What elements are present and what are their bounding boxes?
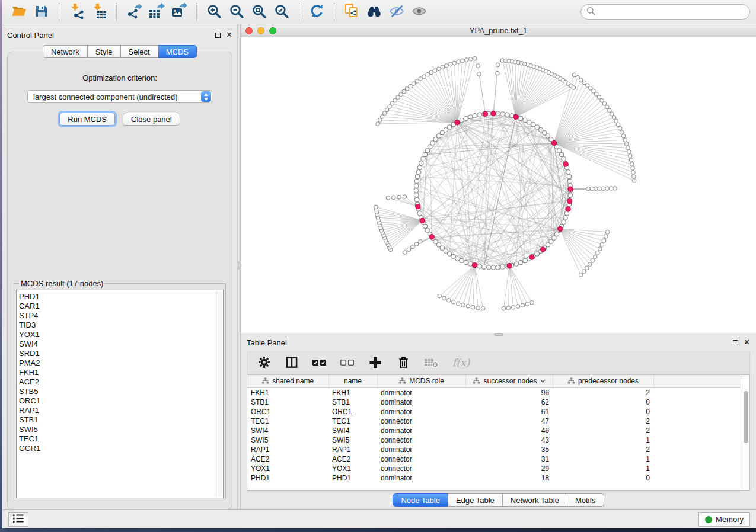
table-row[interactable]: TEC1TEC1connector472 [247, 416, 741, 426]
table-row[interactable]: ACE2ACE2connector311 [247, 454, 741, 464]
table-row[interactable]: STB1STB1dominator620 [247, 398, 741, 407]
column-header-mcds-role[interactable]: MCDS role [377, 375, 465, 387]
zoom-out-button[interactable] [226, 2, 247, 22]
table-cell[interactable]: dominator [377, 407, 465, 416]
zoom-selected-button[interactable] [271, 2, 292, 22]
float-panel-icon[interactable] [733, 340, 738, 345]
criterion-select[interactable]: largest connected component (undirected) [27, 90, 212, 103]
column-header-predecessor-nodes[interactable]: predecessor nodes [553, 375, 653, 387]
table-cell[interactable]: 61 [465, 407, 553, 416]
column-header-shared-name[interactable]: shared name [247, 375, 328, 387]
list-item[interactable]: STB5 [19, 387, 215, 396]
close-window-icon[interactable] [245, 27, 253, 34]
close-panel-icon[interactable]: ✕ [744, 339, 750, 345]
maximize-window-icon[interactable] [269, 27, 276, 34]
list-item[interactable]: FKH1 [19, 368, 215, 377]
tab-style[interactable]: Style [88, 45, 121, 58]
list-item[interactable]: RAP1 [19, 406, 215, 415]
table-cell[interactable]: 1 [553, 435, 653, 445]
deselect-all-button[interactable] [339, 355, 356, 371]
horizontal-splitter-grip[interactable] [495, 333, 503, 336]
search-input[interactable] [599, 8, 744, 17]
table-cell[interactable]: 29 [465, 464, 553, 473]
table-cell[interactable]: SWI5 [247, 435, 328, 445]
show-all-button[interactable] [409, 2, 430, 22]
table-cell[interactable]: 2 [553, 445, 653, 454]
list-item[interactable]: ACE2 [19, 377, 215, 387]
zoom-in-button[interactable] [203, 2, 225, 22]
close-panel-button[interactable]: Close panel [123, 113, 180, 126]
table-cell[interactable]: ORC1 [247, 407, 328, 416]
search-neighbors-button[interactable] [363, 2, 385, 22]
add-column-button[interactable] [367, 355, 384, 371]
list-scrollbar[interactable] [216, 291, 222, 497]
memory-button[interactable]: Memory [698, 512, 750, 527]
import-network-button[interactable] [66, 2, 87, 22]
run-mcds-button[interactable]: Run MCDS [59, 113, 115, 126]
table-cell[interactable]: 2 [553, 387, 653, 398]
table-scrollbar[interactable] [742, 388, 749, 489]
save-session-button[interactable] [31, 2, 52, 22]
table-cell[interactable]: 0 [553, 407, 653, 416]
table-cell[interactable]: connector [377, 416, 465, 426]
zoom-fit-button[interactable] [248, 2, 270, 22]
list-item[interactable]: PHD1 [19, 292, 215, 302]
tab-node-table[interactable]: Node Table [393, 493, 448, 507]
table-row[interactable]: PHD1PHD1dominator180 [247, 473, 741, 483]
table-cell[interactable]: 46 [465, 426, 553, 435]
table-cell[interactable]: YOX1 [328, 464, 377, 473]
table-cell[interactable]: 1 [553, 464, 653, 473]
table-cell[interactable]: PHD1 [247, 473, 328, 483]
table-cell[interactable]: 1 [553, 454, 653, 464]
list-item[interactable]: SWI4 [19, 339, 215, 349]
table-cell[interactable]: ORC1 [328, 407, 377, 416]
table-cell[interactable]: SWI4 [328, 426, 377, 435]
table-settings-button[interactable] [256, 355, 272, 371]
table-cell[interactable]: RAP1 [247, 445, 328, 454]
table-cell[interactable]: 35 [465, 445, 553, 454]
table-cell[interactable]: dominator [377, 445, 465, 454]
table-cell[interactable]: RAP1 [328, 445, 377, 454]
list-item[interactable]: GCR1 [19, 444, 215, 453]
export-network-button[interactable] [123, 2, 145, 22]
import-table-button[interactable] [88, 2, 110, 22]
minimize-window-icon[interactable] [257, 27, 264, 34]
function-builder-button[interactable]: f(x) [451, 355, 474, 371]
export-image-button[interactable] [168, 2, 190, 22]
tab-network-table[interactable]: Network Table [503, 493, 567, 507]
table-cell[interactable]: PHD1 [328, 473, 377, 483]
table-cell[interactable]: 47 [465, 416, 553, 426]
table-cell[interactable]: FKH1 [247, 387, 328, 398]
list-item[interactable]: YOX1 [19, 330, 215, 339]
table-cell[interactable]: FKH1 [328, 387, 377, 398]
hide-selected-button[interactable] [386, 2, 407, 22]
table-cell[interactable]: SWI4 [247, 426, 328, 435]
select-all-button[interactable] [311, 355, 328, 371]
column-header-name[interactable]: name [328, 375, 377, 387]
network-canvas[interactable] [241, 37, 756, 333]
table-cell[interactable]: 0 [553, 398, 653, 407]
table-cell[interactable]: 62 [465, 398, 553, 407]
float-panel-icon[interactable] [215, 33, 221, 38]
list-item[interactable]: STP4 [19, 311, 215, 321]
tab-select[interactable]: Select [121, 45, 158, 58]
table-cell[interactable]: 2 [553, 416, 653, 426]
refresh-button[interactable] [306, 2, 327, 22]
table-cell[interactable]: TEC1 [247, 416, 328, 426]
table-cell[interactable]: ACE2 [328, 454, 377, 464]
table-cell[interactable]: 31 [465, 454, 553, 464]
list-item[interactable]: SRD1 [19, 349, 215, 358]
list-item[interactable]: TID3 [19, 321, 215, 330]
tab-network[interactable]: Network [43, 45, 88, 58]
table-cell[interactable]: connector [377, 454, 465, 464]
table-cell[interactable]: ACE2 [247, 454, 328, 464]
table-cell[interactable]: TEC1 [328, 416, 377, 426]
table-row[interactable]: SWI5SWI5connector431 [247, 435, 741, 445]
table-cell[interactable]: SWI5 [328, 435, 377, 445]
column-header-successor-nodes[interactable]: successor nodes [465, 375, 553, 387]
table-row[interactable]: ORC1ORC1dominator610 [247, 407, 741, 416]
task-history-button[interactable] [8, 512, 28, 527]
table-row[interactable]: RAP1RAP1dominator352 [247, 445, 741, 454]
splitter-grip[interactable] [238, 261, 240, 270]
table-cell[interactable]: dominator [377, 398, 465, 407]
